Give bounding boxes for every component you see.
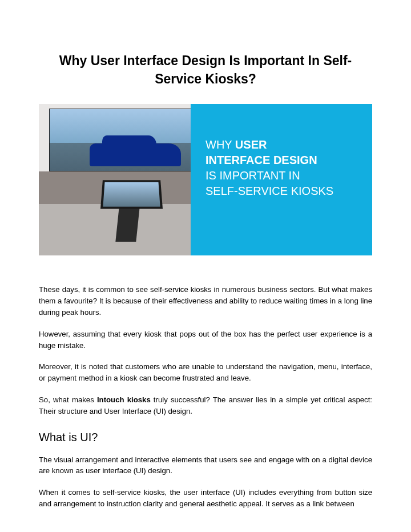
hero-banner: WHY USER INTERFACE DESIGN IS IMPORTANT I… — [39, 104, 372, 255]
hero-line-4: SELF-SERVICE KIOSKS — [206, 183, 357, 199]
body-paragraph: Moreover, it is noted that customers who… — [39, 361, 372, 384]
hero-text: WHY — [206, 138, 235, 151]
floor — [39, 204, 191, 255]
body-bold: Intouch kiosks — [97, 395, 151, 404]
body-paragraph: The visual arrangement and interactive e… — [39, 454, 372, 477]
body-paragraph: When it comes to self-service kiosks, th… — [39, 487, 372, 510]
body-text: So, what makes — [39, 395, 97, 404]
body-paragraph: These days, it is common to see self-ser… — [39, 284, 372, 318]
page-title: Why User Interface Design Is Important I… — [39, 51, 372, 88]
hero-bold: USER — [235, 138, 267, 151]
body-paragraph: So, what makes Intouch kiosks truly succ… — [39, 394, 372, 417]
wall-display — [49, 109, 191, 171]
section-heading: What is UI? — [39, 431, 372, 444]
hero-line-3: IS IMPORTANT IN — [206, 168, 357, 183]
hero-line-2: INTERFACE DESIGN — [206, 153, 357, 168]
kiosk-screen — [100, 181, 163, 209]
hero-line-1: WHY USER — [206, 137, 357, 153]
body-paragraph: However, assuming that every kiosk that … — [39, 329, 372, 351]
hero-photo — [39, 104, 191, 255]
hero-caption: WHY USER INTERFACE DESIGN IS IMPORTANT I… — [191, 104, 372, 255]
car-graphic — [90, 143, 181, 166]
